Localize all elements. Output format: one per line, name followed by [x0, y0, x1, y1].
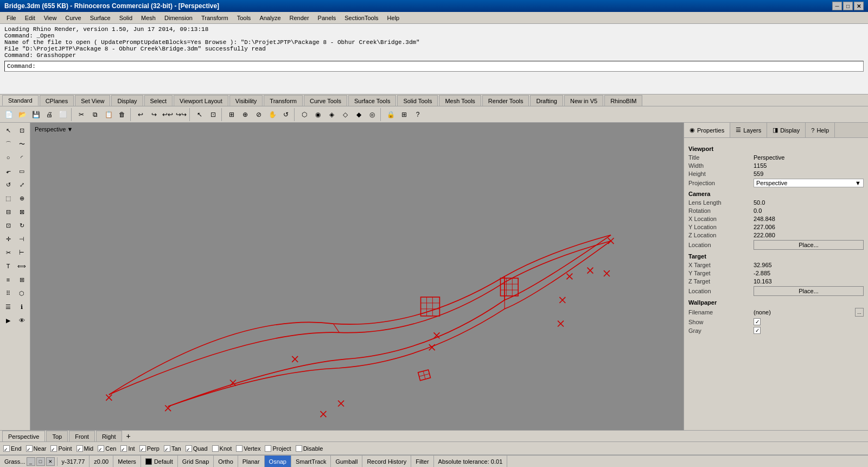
filter-button[interactable]: Filter [411, 456, 433, 467]
template-icon[interactable]: ⬜ [56, 108, 69, 121]
snap-checkbox-disable[interactable] [296, 445, 302, 452]
undo-multi-icon[interactable]: ↩↩ [161, 108, 174, 121]
menu-item-sectiontools[interactable]: SectionTools [340, 14, 382, 22]
revolve-tool[interactable]: ↻ [15, 219, 28, 232]
target-place-button[interactable]: Place... [754, 286, 864, 296]
toolbar-tab-viewport-layout[interactable]: Viewport Layout [174, 95, 228, 106]
filename-browse-button[interactable]: ... [855, 308, 864, 317]
menu-item-curve[interactable]: Curve [61, 14, 85, 22]
snap-project[interactable]: Project [265, 445, 291, 452]
zoom-win-icon[interactable]: ⊘ [252, 108, 265, 121]
grid-icon[interactable]: ⊞ [398, 108, 411, 121]
zoom-sel-icon[interactable]: ⊕ [239, 108, 252, 121]
toolbar-tab-surface-tools[interactable]: Surface Tools [348, 95, 396, 106]
menu-item-transform[interactable]: Transform [197, 14, 233, 22]
toolbar-tab-standard[interactable]: Standard [2, 95, 39, 106]
planar-button[interactable]: Planar [238, 456, 265, 467]
vp-tab-top[interactable]: Top [46, 431, 68, 441]
menu-item-render[interactable]: Render [285, 14, 314, 22]
new-icon[interactable]: 📄 [2, 108, 15, 121]
tab-help[interactable]: ? Help [806, 123, 835, 137]
circle-tool[interactable]: ○ [2, 151, 15, 164]
cut-icon[interactable]: ✂ [75, 108, 88, 121]
snap-checkbox-tan[interactable]: ✓ [164, 445, 170, 452]
layer-display[interactable]: Default [141, 456, 178, 467]
vp-tab-perspective[interactable]: Perspective [2, 431, 45, 441]
snap-icon[interactable]: 🔒 [384, 108, 397, 121]
view-tool[interactable]: 👁 [15, 314, 28, 327]
snap-checkbox-end[interactable]: ✓ [3, 445, 10, 452]
redo-multi-icon[interactable]: ↪↪ [175, 108, 188, 121]
help-icon[interactable]: ? [411, 108, 424, 121]
toolbar-tab-visibility[interactable]: Visibility [229, 95, 263, 106]
toolbar-tab-mesh-tools[interactable]: Mesh Tools [439, 95, 481, 106]
snap-checkbox-vertex[interactable] [236, 445, 242, 452]
save-icon[interactable]: 💾 [29, 108, 42, 121]
snap-disable[interactable]: Disable [296, 445, 323, 452]
select2-icon[interactable]: ⊡ [207, 108, 220, 121]
gh-maximize-btn[interactable]: □ [36, 457, 45, 466]
gh-close-btn[interactable]: ✕ [46, 457, 55, 466]
snap-checkbox-perp[interactable]: ✓ [139, 445, 146, 452]
hatch-tool[interactable]: ≡ [2, 273, 15, 286]
osnap-button[interactable]: Osnap [265, 456, 291, 467]
gumball-button[interactable]: Gumball [331, 456, 362, 467]
toolbar-tab-rhinobim[interactable]: RhinoBIM [604, 95, 642, 106]
record-history-button[interactable]: Record History [362, 456, 411, 467]
snap-checkbox-point[interactable]: ✓ [50, 445, 57, 452]
polyline-tool[interactable]: ⬐ [2, 165, 15, 178]
select-tool[interactable]: ↖ [2, 124, 15, 137]
maximize-button[interactable]: □ [843, 2, 853, 10]
snap-cen[interactable]: ✓Cen [98, 445, 116, 452]
delete-icon[interactable]: 🗑 [116, 108, 129, 121]
render-icon[interactable]: ◈ [325, 108, 338, 121]
paste-icon[interactable]: 📋 [102, 108, 115, 121]
arc-tool[interactable]: ◜ [15, 151, 28, 164]
mirror-tool[interactable]: ⊣ [15, 232, 28, 245]
vp-tab-front[interactable]: Front [69, 431, 95, 441]
zoom-all-icon[interactable]: ⊞ [225, 108, 238, 121]
render-full-tool[interactable]: ▶ [2, 314, 15, 327]
select-icon[interactable]: ↖ [193, 108, 206, 121]
copy-icon[interactable]: ⧉ [88, 108, 101, 121]
toolbar-tab-new-in-v5[interactable]: New in V5 [564, 95, 603, 106]
projection-dropdown[interactable]: Perspective ▼ [754, 179, 864, 187]
menu-item-surface[interactable]: Surface [86, 14, 115, 22]
rect-tool[interactable]: ▭ [15, 165, 28, 178]
sphere-tool[interactable]: ⊕ [15, 192, 28, 205]
snap-tan[interactable]: ✓Tan [164, 445, 181, 452]
toolbar-tab-drafting[interactable]: Drafting [530, 95, 563, 106]
toolbar-tab-render-tools[interactable]: Render Tools [482, 95, 529, 106]
toolbar-tab-cplanes[interactable]: CPlanes [40, 95, 74, 106]
menu-item-file[interactable]: File [2, 14, 21, 22]
menu-item-analyze[interactable]: Analyze [255, 14, 285, 22]
open-icon[interactable]: 📂 [16, 108, 29, 121]
pan-icon[interactable]: ✋ [266, 108, 279, 121]
menu-item-dimension[interactable]: Dimension [160, 14, 197, 22]
command-input-line[interactable]: Command: [4, 61, 864, 72]
extend-tool[interactable]: ⊢ [15, 246, 28, 259]
dim-tool[interactable]: ⟺ [15, 260, 28, 273]
snap-checkbox-near[interactable]: ✓ [26, 445, 33, 452]
menu-item-solid[interactable]: Solid [115, 14, 137, 22]
snap-end[interactable]: ✓End [3, 445, 22, 452]
snap-int[interactable]: ✓Int [120, 445, 135, 452]
print-icon[interactable]: 🖨 [43, 108, 56, 121]
scale-tool[interactable]: ⤢ [15, 178, 28, 191]
snap-checkbox-project[interactable] [265, 445, 271, 452]
show-checkbox[interactable]: ✓ [754, 318, 761, 325]
snap-checkbox-cen[interactable]: ✓ [98, 445, 104, 452]
minimize-button[interactable]: ─ [832, 2, 842, 10]
toolbar-tab-display[interactable]: Display [111, 95, 143, 106]
wireframe-icon[interactable]: ⬡ [298, 108, 311, 121]
layer-tool[interactable]: ☰ [2, 300, 15, 313]
select-multi-tool[interactable]: ⊡ [15, 124, 28, 137]
tab-layers[interactable]: ☰ Layers [730, 123, 767, 137]
gray-checkbox[interactable]: ✓ [754, 327, 761, 334]
undo-icon[interactable]: ↩ [134, 108, 147, 121]
menu-item-view[interactable]: View [40, 14, 61, 22]
snap-checkbox-int[interactable]: ✓ [120, 445, 127, 452]
block-tool[interactable]: ⊞ [15, 273, 28, 286]
tab-properties[interactable]: ◉ Properties [684, 123, 730, 137]
rotate-icon[interactable]: ↺ [279, 108, 292, 121]
